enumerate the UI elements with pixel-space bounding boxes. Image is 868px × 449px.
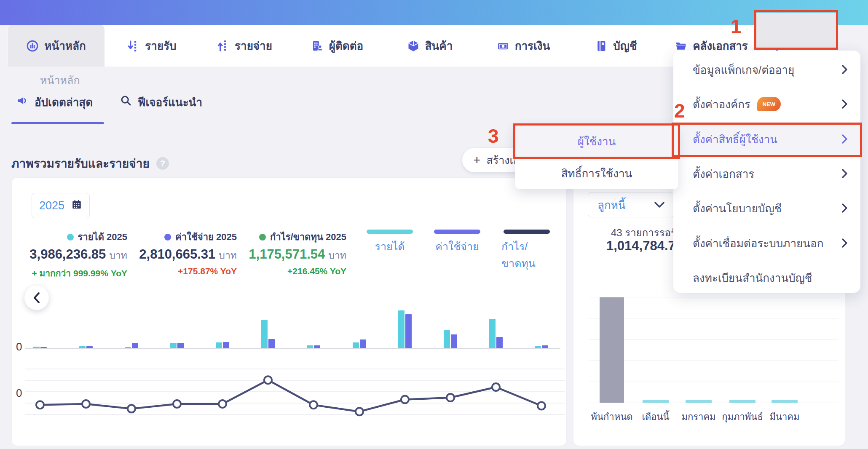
receivable-bar-2[interactable]: [643, 400, 669, 403]
expense-bar-7[interactable]: [314, 345, 320, 348]
stat-block-3: กำไร/ขาดทุน 2025 1,175,571.54บาท +216.45…: [241, 230, 346, 276]
income-bar-8[interactable]: [353, 342, 359, 348]
nav-item-3[interactable]: รายจ่าย: [202, 25, 287, 67]
expense-bar-4[interactable]: [177, 343, 184, 348]
expense-bar-9[interactable]: [405, 314, 412, 348]
legend-toggle-3[interactable]: กำไร/ขาดทุน: [501, 230, 552, 272]
expense-bar-3[interactable]: [132, 343, 138, 348]
nav-item-6[interactable]: การเงิน: [481, 25, 565, 67]
income-bar-5[interactable]: [216, 342, 222, 348]
expense-bar-2[interactable]: [86, 346, 93, 348]
legend-label: รายได้: [375, 238, 405, 255]
overview-title: ภาพรวมรายรับและรายจ่าย: [11, 154, 150, 173]
income-bar-10[interactable]: [444, 330, 450, 348]
receivable-category-3: มกราคม: [681, 409, 715, 424]
expense-bar-10[interactable]: [451, 334, 457, 348]
nav-item-label: รายจ่าย: [235, 37, 272, 54]
receivable-bar-5[interactable]: [772, 400, 798, 403]
section-title-row: ภาพรวมรายรับและรายจ่าย ?: [11, 154, 169, 173]
receivable-bar-1[interactable]: [600, 297, 624, 403]
bar-axis-line: [25, 348, 560, 349]
calendar-icon: [71, 199, 82, 213]
receivable-bar-3[interactable]: [686, 400, 712, 403]
tab-latest-updates[interactable]: อัปเดตล่าสุด: [17, 94, 93, 111]
settings-menu-item-6[interactable]: ตั้งค่าเชื่อมต่อระบบภายนอก: [673, 226, 860, 260]
income-bar-2[interactable]: [79, 346, 86, 348]
receivable-bar-4[interactable]: [729, 400, 755, 403]
receivable-category-2: เดือนนี้: [642, 409, 669, 424]
profit-point-7: [310, 401, 317, 409]
nav-item-label: การเงิน: [515, 37, 550, 54]
settings-menu-item-label: ตั้งค่าเอกสาร: [693, 165, 754, 182]
income-bar-7[interactable]: [307, 345, 313, 348]
contacts-icon: [311, 40, 324, 52]
expense-bar-12[interactable]: [542, 345, 548, 348]
receivable-category-4: กุมภาพันธ์: [722, 409, 763, 424]
search-icon: [120, 95, 132, 110]
profit-point-10: [447, 394, 454, 401]
profit-point-6: [264, 376, 272, 384]
income-bar-6[interactable]: [261, 320, 268, 348]
products-icon: [407, 40, 420, 52]
legend-toggle-2[interactable]: ค่าใช้จ่าย: [432, 230, 482, 255]
income-bar-9[interactable]: [398, 310, 405, 348]
stat-label: ค่าใช้จ่าย 2025: [164, 230, 237, 244]
megaphone-icon: [17, 95, 29, 110]
receivables-selector[interactable]: ลูกหนี้: [588, 192, 674, 217]
settings-menu-item-7[interactable]: ลงทะเบียนสำนักงานบัญชี: [673, 260, 860, 293]
chevron-down-icon: [654, 202, 664, 208]
question-icon[interactable]: ?: [156, 157, 169, 170]
submenu-item-2[interactable]: สิทธิ์การใช้งาน: [515, 157, 678, 189]
stat-label: รายได้ 2025: [67, 230, 127, 244]
chevron-right-icon: [841, 134, 848, 144]
income-bar-1[interactable]: [33, 347, 40, 348]
stat-yoy: +216.45% YoY: [287, 266, 346, 276]
expense-bar-8[interactable]: [360, 339, 366, 348]
income-bar-12[interactable]: [535, 346, 541, 348]
expense-bar-11[interactable]: [496, 337, 503, 348]
receivables-amount: 1,014,784.75: [556, 238, 683, 254]
settings-menu-item-2[interactable]: ตั้งค่าองค์กรNEW: [673, 87, 860, 121]
line-zero-label: 0: [16, 387, 22, 400]
stat-yoy: + มากกว่า 999.99% YoY: [32, 266, 127, 280]
profit-line-chart: [25, 358, 565, 428]
nav-item-1[interactable]: หน้าหลัก: [8, 25, 104, 67]
stat-block-2: ค่าใช้จ่าย 2025 2,810,665.31บาท +175.87%…: [131, 230, 237, 276]
receivable-category-5: มีนาคม: [769, 409, 799, 424]
expense-bar-5[interactable]: [223, 342, 229, 348]
year-value: 2025: [39, 199, 64, 212]
settings-menu-item-3[interactable]: ตั้งค่าสิทธิ์ผู้ใช้งาน: [673, 122, 860, 156]
income-bar-4[interactable]: [170, 343, 177, 348]
nav-item-7[interactable]: บัญชี: [580, 25, 652, 67]
settings-menu-item-5[interactable]: ตั้งค่านโยบายบัญชี: [673, 191, 860, 225]
nav-item-2[interactable]: รายรับ: [112, 25, 192, 67]
documents-icon: [675, 40, 687, 52]
legend-color-bar: [504, 230, 550, 234]
legend-toggle-1[interactable]: รายได้: [364, 230, 415, 255]
expense-bar-1[interactable]: [40, 347, 47, 348]
nav-item-label: ผู้ติดต่อ: [329, 37, 364, 54]
legend-color-bar: [367, 230, 413, 234]
user-rights-submenu: ผู้ใช้งานสิทธิ์การใช้งาน: [515, 125, 678, 189]
year-selector[interactable]: 2025: [32, 193, 90, 218]
expense-bar-6[interactable]: [268, 339, 275, 348]
stat-value: 2,810,665.31บาท: [139, 247, 237, 263]
stat-dot-icon: [67, 234, 74, 241]
settings-menu-item-1[interactable]: ข้อมูลแพ็กเกจ/ต่ออายุ: [673, 52, 860, 87]
breadcrumb: หน้าหลัก: [40, 72, 80, 88]
submenu-item-1[interactable]: ผู้ใช้งาน: [515, 125, 678, 157]
legend-color-bar: [434, 230, 480, 234]
nav-item-4[interactable]: ผู้ติดต่อ: [293, 25, 381, 67]
stat-dot-icon: [259, 234, 266, 241]
settings-menu-item-4[interactable]: ตั้งค่าเอกสาร: [673, 156, 860, 191]
legend-label: ค่าใช้จ่าย: [435, 238, 479, 255]
nav-item-5[interactable]: สินค้า: [392, 25, 468, 67]
income-bar-3[interactable]: [125, 347, 131, 348]
dashboard-icon: [26, 40, 39, 52]
chart-prev-button[interactable]: [24, 286, 49, 310]
profit-point-11: [492, 383, 500, 391]
income-bar-11[interactable]: [489, 319, 496, 348]
tab-recommended-features[interactable]: ฟีเจอร์แนะนำ: [120, 94, 202, 111]
settings-menu-item-label: ตั้งค่านโยบายบัญชี: [693, 200, 782, 217]
annotation-number-1: 1: [731, 17, 742, 36]
